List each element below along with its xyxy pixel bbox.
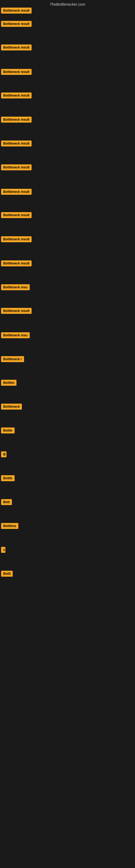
bottleneck-badge-4: Bottleneck result [1, 69, 32, 75]
bottleneck-badge-11: Bottleneck result [1, 236, 32, 242]
bottleneck-badge-15: Bottleneck resu [1, 332, 30, 338]
bottleneck-badge-2: Bottleneck result [1, 21, 32, 27]
bottleneck-badge-17: Bottlen [1, 380, 16, 386]
bottleneck-badge-20: B [1, 452, 6, 457]
bottleneck-badge-19: Bottle [1, 428, 14, 433]
bottleneck-badge-14: Bottleneck result [1, 308, 32, 314]
bottleneck-badge-9: Bottleneck result [1, 189, 32, 195]
bottleneck-item-4: Bottleneck result [1, 69, 32, 76]
bottleneck-item-6: Bottleneck result [1, 117, 32, 124]
bottleneck-badge-1: Bottleneck result [1, 8, 32, 13]
bottleneck-item-1: Bottleneck result [1, 8, 32, 14]
bottleneck-item-13: Bottleneck resu [1, 284, 30, 291]
bottleneck-item-7: Bottleneck result [1, 141, 32, 148]
bottleneck-badge-16: Bottleneck r [1, 356, 24, 362]
bottleneck-item-9: Bottleneck result [1, 189, 32, 196]
bottleneck-item-10: Bottleneck result [1, 212, 32, 219]
bottleneck-item-3: Bottleneck result [1, 44, 32, 52]
page-container: TheBottlenecker.com Bottleneck resultBot… [0, 0, 135, 868]
bottleneck-item-17: Bottlen [1, 380, 16, 387]
bottleneck-item-22: Bott [1, 499, 12, 506]
bottleneck-item-21: Bottle [1, 475, 14, 482]
bottleneck-badge-13: Bottleneck resu [1, 284, 30, 290]
bottleneck-item-14: Bottleneck result [1, 308, 32, 315]
bottleneck-item-19: Bottle [1, 428, 14, 435]
bottleneck-item-15: Bottleneck resu [1, 332, 30, 339]
bottleneck-badge-8: Bottleneck result [1, 164, 32, 170]
bottleneck-badge-6: Bottleneck result [1, 117, 32, 123]
bottleneck-item-5: Bottleneck result [1, 93, 32, 99]
bottleneck-item-8: Bottleneck result [1, 164, 32, 172]
bottleneck-item-11: Bottleneck result [1, 236, 32, 243]
bottleneck-badge-10: Bottleneck result [1, 212, 32, 218]
bottleneck-badge-5: Bottleneck result [1, 93, 32, 98]
bottleneck-badge-25: Bottl [1, 571, 13, 577]
bottleneck-item-18: Bottleneck [1, 404, 22, 411]
bottleneck-item-24: s [1, 547, 5, 554]
bottleneck-item-20: B [1, 452, 6, 458]
bottleneck-badge-21: Bottle [1, 475, 14, 481]
bottleneck-item-2: Bottleneck result [1, 21, 32, 28]
bottleneck-badge-22: Bott [1, 499, 12, 505]
bottleneck-item-25: Bottl [1, 571, 13, 578]
bottleneck-badge-3: Bottleneck result [1, 44, 32, 51]
bottleneck-badge-23: Bottlens [1, 523, 18, 529]
site-title: TheBottlenecker.com [0, 0, 135, 8]
bottleneck-item-16: Bottleneck r [1, 356, 24, 363]
bottleneck-item-12: Bottleneck result [1, 260, 32, 268]
bottleneck-badge-12: Bottleneck result [1, 260, 32, 267]
bottleneck-badge-7: Bottleneck result [1, 141, 32, 147]
bottleneck-badge-24: s [1, 547, 5, 553]
bottleneck-badge-18: Bottleneck [1, 404, 22, 410]
bottleneck-item-23: Bottlens [1, 523, 18, 530]
